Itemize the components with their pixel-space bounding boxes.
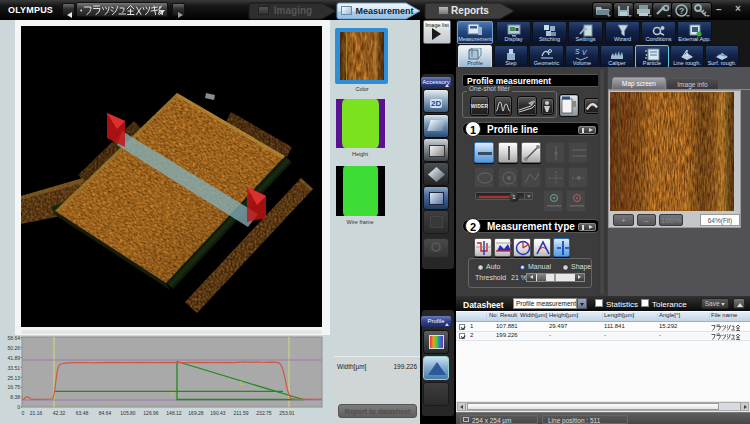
svg-text:16.75: 16.75 [7,384,20,390]
svg-text:33.51: 33.51 [7,365,20,371]
svg-text:105.80: 105.80 [120,410,136,416]
svg-text:42.32: 42.32 [53,410,66,416]
svg-text:84.64: 84.64 [99,410,112,416]
svg-text:190.43: 190.43 [210,410,226,416]
svg-text:41.89: 41.89 [7,355,20,361]
svg-text:21.16: 21.16 [30,410,43,416]
svg-text:126.96: 126.96 [143,410,159,416]
svg-text:169.28: 169.28 [188,410,204,416]
svg-text:253.91: 253.91 [279,410,295,416]
svg-text:0: 0 [17,404,20,410]
svg-text:S: S [575,48,580,55]
svg-text:63.48: 63.48 [76,410,89,416]
svg-text:25.13: 25.13 [7,375,20,381]
svg-text:?: ? [679,6,684,16]
svg-text:8.38: 8.38 [10,394,20,400]
svg-text:0: 0 [22,410,25,416]
svg-text:148.12: 148.12 [166,410,182,416]
svg-text:58.64: 58.64 [7,336,20,341]
svg-text:V: V [582,49,587,56]
svg-text:232.75: 232.75 [256,410,272,416]
svg-text:50.26: 50.26 [7,345,20,351]
svg-text:211.59: 211.59 [234,410,249,416]
